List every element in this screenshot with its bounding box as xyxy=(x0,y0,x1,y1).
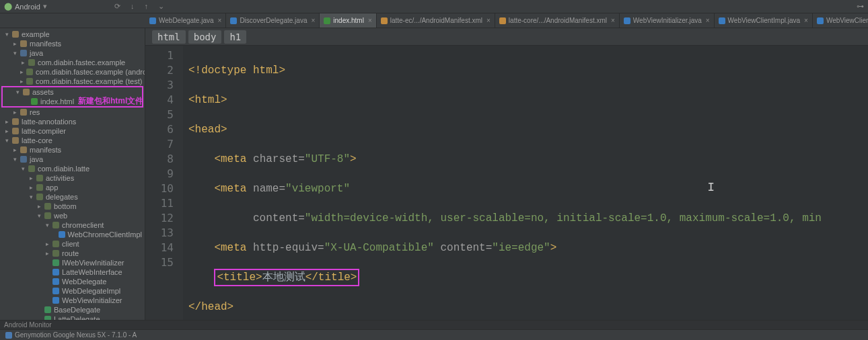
package-icon xyxy=(26,78,33,85)
project-selector[interactable]: ⬤ Android ▾ xyxy=(4,2,47,11)
tab-webdelegate[interactable]: WebDelegate.java× xyxy=(145,13,226,28)
project-tree[interactable]: ▾example ▸manifests ▾java ▸com.diabin.fa… xyxy=(0,28,145,320)
device-selector[interactable]: Genymotion Google Nexus 5X - 7.1.0 - A xyxy=(5,331,137,339)
package-icon xyxy=(44,203,51,210)
line-gutter[interactable]: 1 2 3 4 5 6 7 8 9 10 11 12 13 14 15 xyxy=(145,46,183,320)
folder-icon xyxy=(12,128,19,134)
java-icon xyxy=(149,17,156,24)
close-icon[interactable]: × xyxy=(368,17,372,24)
tree-activities[interactable]: ▸activities xyxy=(0,173,145,183)
close-icon[interactable]: × xyxy=(706,17,710,24)
annotation-text: 新建包和html文件； xyxy=(78,95,145,107)
tab-webviewclientimpl[interactable]: WebViewClientImpl.java× xyxy=(715,13,813,28)
class-icon xyxy=(44,306,51,313)
tree-app[interactable]: ▸app xyxy=(0,183,145,192)
tree-latte-core[interactable]: ▾latte-core xyxy=(0,136,145,145)
folder-icon xyxy=(12,31,19,38)
tree-iwebviewinitializer[interactable]: IWebViewInitializer xyxy=(0,258,145,267)
tab-webviewinitializer[interactable]: WebViewInitializer.java× xyxy=(620,13,715,28)
tree-pkg2[interactable]: ▸com.diabin.fastec.example (androidTe xyxy=(0,67,145,77)
breadcrumbs: html body h1 xyxy=(145,28,868,46)
annotation-highlight: ▾assets index.html 新建包和html文件； xyxy=(1,86,143,108)
tab-webviewclient[interactable]: WebViewClient.java× xyxy=(813,13,868,28)
package-icon xyxy=(52,250,59,257)
class-icon xyxy=(52,297,59,304)
tree-latte-compiler[interactable]: ▸latte-compiler xyxy=(0,126,145,136)
html-icon xyxy=(324,17,330,24)
tree-lattedelegate[interactable]: LatteDelegate xyxy=(0,314,145,320)
breadcrumb-body[interactable]: body xyxy=(188,30,222,44)
package-icon xyxy=(36,194,43,200)
tab-discoverdelegate[interactable]: DiscoverDelegate.java× xyxy=(226,13,320,28)
tree-core-java[interactable]: ▾java xyxy=(0,155,145,164)
tree-manifests[interactable]: ▸manifests xyxy=(0,39,145,48)
java-icon xyxy=(624,17,630,24)
android-monitor-panel[interactable]: Android Monitor xyxy=(0,320,868,329)
folder-icon xyxy=(20,109,27,116)
project-name: Android xyxy=(15,3,40,11)
close-icon[interactable]: × xyxy=(311,17,315,24)
tree-webdelegate[interactable]: WebDelegate xyxy=(0,277,145,286)
java-icon xyxy=(817,17,824,24)
top-toolbar: ⬤ Android ▾ ⟳ ↓ ↑ ⌄ ⊶ xyxy=(0,0,868,13)
device-icon xyxy=(5,332,12,339)
annotation-title-highlight: <title>本地测试</title> xyxy=(214,269,359,286)
xml-icon xyxy=(381,17,388,24)
close-icon[interactable]: × xyxy=(486,17,491,24)
folder-icon xyxy=(12,137,19,144)
text-cursor-icon: I xyxy=(707,180,715,195)
tab-index-html[interactable]: index.html× xyxy=(320,13,376,28)
folder-icon xyxy=(12,118,19,125)
tree-webviewinitializer[interactable]: WebViewInitializer xyxy=(0,296,145,305)
tree-latte-annotations[interactable]: ▸latte-annotations xyxy=(0,117,145,126)
code-editor[interactable]: <!doctype html> <html> <head> <meta char… xyxy=(183,46,868,320)
tab-manifest-core[interactable]: latte-core/.../AndroidManifest.xml× xyxy=(495,13,620,28)
tree-pkg1[interactable]: ▸com.diabin.fastec.example xyxy=(0,58,145,67)
editor-pane: html body h1 1 2 3 4 5 6 7 8 9 10 11 12 … xyxy=(145,28,868,320)
tab-manifest-ec[interactable]: latte-ec/.../AndroidManifest.xml× xyxy=(377,13,495,28)
tree-delegates[interactable]: ▾delegates xyxy=(0,192,145,202)
package-icon xyxy=(52,222,59,228)
folder-icon xyxy=(20,146,27,153)
tree-route[interactable]: ▸route xyxy=(0,249,145,258)
tree-core-pkg[interactable]: ▾com.diabin.latte xyxy=(0,164,145,173)
tree-lattewebinterface[interactable]: LatteWebInterface xyxy=(0,267,145,277)
close-icon[interactable]: × xyxy=(611,17,615,24)
class-icon xyxy=(59,231,65,238)
tree-example[interactable]: ▾example xyxy=(0,30,145,39)
close-icon[interactable]: × xyxy=(804,17,808,24)
class-icon xyxy=(52,278,59,285)
interface-icon xyxy=(52,259,59,266)
tree-core-manifests[interactable]: ▸manifests xyxy=(0,145,145,155)
status-bar: Genymotion Google Nexus 5X - 7.1.0 - A xyxy=(0,329,868,340)
tree-java[interactable]: ▾java xyxy=(0,48,145,58)
toolbar-icons[interactable]: ⟳ ↓ ↑ ⌄ xyxy=(114,2,168,11)
package-icon xyxy=(26,69,33,75)
tree-web[interactable]: ▾web xyxy=(0,211,145,220)
tree-res[interactable]: ▸res xyxy=(0,108,145,117)
tree-basedelegate[interactable]: BaseDelegate xyxy=(0,305,145,314)
tree-pkg3[interactable]: ▸com.diabin.fastec.example (test) xyxy=(0,77,145,86)
editor-tabs: WebDelegate.java× DiscoverDelegate.java×… xyxy=(0,13,868,28)
close-icon[interactable]: × xyxy=(218,17,222,24)
tree-chromeclient[interactable]: ▾chromeclient xyxy=(0,220,145,230)
java-icon xyxy=(719,17,725,24)
tree-webdelegateimpl[interactable]: WebDelegateImpl xyxy=(0,286,145,296)
folder-icon xyxy=(20,40,27,47)
package-icon xyxy=(44,212,51,219)
tree-client[interactable]: ▸client xyxy=(0,239,145,249)
xml-icon xyxy=(499,17,506,24)
package-icon xyxy=(36,184,43,191)
folder-icon xyxy=(20,50,27,56)
folder-icon xyxy=(20,156,27,163)
project-sidebar: ▾example ▸manifests ▾java ▸com.diabin.fa… xyxy=(0,28,145,320)
class-icon xyxy=(52,269,59,275)
breadcrumb-html[interactable]: html xyxy=(152,30,186,44)
package-icon xyxy=(36,175,43,181)
toolbar-right-icon[interactable]: ⊶ xyxy=(857,2,864,11)
breadcrumb-h1[interactable]: h1 xyxy=(224,30,246,44)
tree-bottom[interactable]: ▸bottom xyxy=(0,202,145,211)
class-icon xyxy=(52,288,59,294)
tree-webchromeclientimpl[interactable]: WebChromeClientImpl xyxy=(0,230,145,239)
java-icon xyxy=(230,17,237,24)
